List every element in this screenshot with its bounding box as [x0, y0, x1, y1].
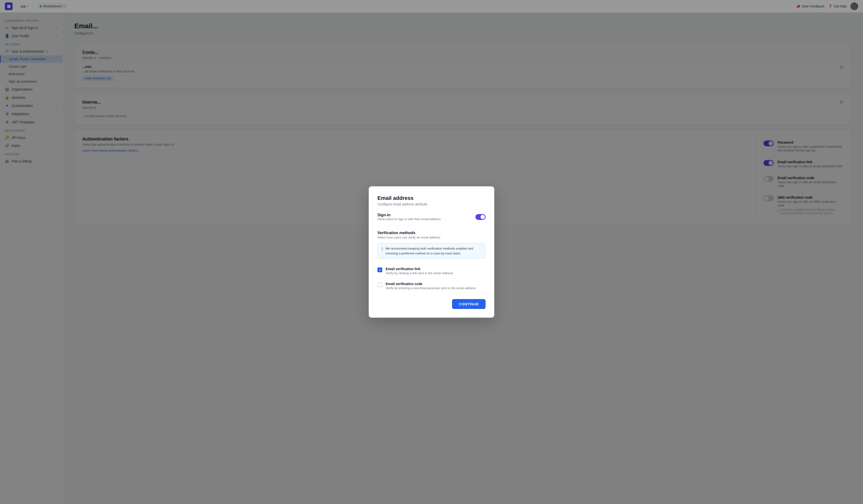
- email-link-option[interactable]: ✓ Email verification link Verify by clic…: [377, 264, 486, 278]
- check-icon: ✓: [379, 268, 381, 272]
- email-code-checkbox[interactable]: [377, 282, 382, 287]
- verification-title: Verification methods: [377, 231, 486, 235]
- modal-divider: [377, 226, 486, 226]
- email-code-option-label: Email verification code: [386, 282, 476, 286]
- email-link-checkbox[interactable]: ✓: [377, 267, 382, 272]
- email-link-option-desc: Verify by clicking a link sent to the em…: [386, 271, 453, 275]
- info-icon: ℹ: [382, 247, 383, 251]
- modal-title: Email address: [377, 195, 486, 201]
- continue-button[interactable]: CONTINUE: [452, 299, 486, 309]
- sign-in-desc: Allow users to sign in with their email …: [377, 217, 471, 221]
- sign-in-toggle-slider: [475, 214, 486, 220]
- email-code-option[interactable]: Email verification code Verify by enteri…: [377, 278, 486, 293]
- sign-in-row: Sign-in Allow users to sign in with thei…: [377, 213, 486, 221]
- modal-subtitle: Configure email address attribute: [377, 202, 486, 206]
- info-box: ℹ We recommend keeping both verification…: [377, 243, 486, 259]
- email-code-option-info: Email verification code Verify by enteri…: [386, 282, 476, 290]
- modal-overlay[interactable]: Email address Configure email address at…: [0, 0, 863, 504]
- sign-in-info: Sign-in Allow users to sign in with thei…: [377, 213, 471, 221]
- email-code-option-desc: Verify by entering a one-time passcode s…: [386, 286, 476, 290]
- sign-in-label: Sign-in: [377, 213, 471, 217]
- sign-in-toggle[interactable]: [475, 214, 486, 220]
- email-link-option-info: Email verification link Verify by clicki…: [386, 267, 453, 275]
- verification-desc: Select how users can verify an email add…: [377, 236, 486, 239]
- email-link-option-label: Email verification link: [386, 267, 453, 271]
- email-address-modal: Email address Configure email address at…: [369, 186, 494, 318]
- info-box-text: We recommend keeping both verification m…: [385, 246, 481, 256]
